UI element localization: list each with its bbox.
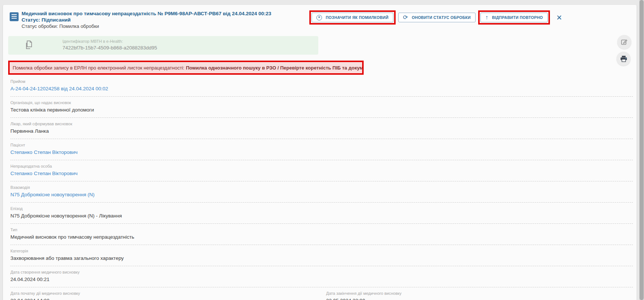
field-link[interactable]: Степанко Степан Вікторович xyxy=(10,149,633,155)
print-button[interactable] xyxy=(616,52,631,66)
identifier-label: Ідентифікатор МВТН в e-Health: xyxy=(62,38,157,44)
field-row: Непрацездатна особаСтепанко Степан Вікто… xyxy=(10,160,633,181)
processing-status-line: Статус обробки: Помилка обробки xyxy=(22,23,271,29)
field-row: Організація, що надає висновокТестова кл… xyxy=(10,97,633,118)
field-row: ТипМедичний висновок про тимчасову непра… xyxy=(10,224,633,245)
field-label: Дата початку дії медичного висновку xyxy=(10,291,317,296)
ehealth-identifier-box: Ідентифікатор МВТН в e-Health: 7422bf7b-… xyxy=(8,36,318,55)
mark-erroneous-label: ПОЗНАЧИТИ ЯК ПОМИЛКОВИЙ xyxy=(326,15,389,20)
field-row: Лікар, який сформував висновокПервинна Л… xyxy=(10,118,633,139)
field-value: Медичний висновок про тимчасову непрацез… xyxy=(10,234,633,240)
field-value: 24.04.2024 00:21 xyxy=(10,276,633,283)
field-value: Тестова клініка первинної допомоги xyxy=(10,107,633,113)
edit-button[interactable] xyxy=(617,35,631,49)
field-label: Пацієнт xyxy=(10,142,633,148)
field-label: Непрацездатна особа xyxy=(10,164,633,169)
field-value: Первинна Ланка xyxy=(10,128,633,134)
field-label: Організація, що надає висновок xyxy=(10,100,633,105)
field-value: N75 Доброякісне новоутворення (N) - Ліку… xyxy=(10,213,633,219)
mark-erroneous-button[interactable]: ✕ ПОЗНАЧИТИ ЯК ПОМИЛКОВИЙ xyxy=(312,13,393,22)
field-label: Прийом xyxy=(10,79,633,84)
resend-label: ВІДПРАВИТИ ПОВТОРНО xyxy=(492,15,543,20)
error-text-bold: Помилка однозначного пошуку в РЗО / Пере… xyxy=(186,65,362,71)
field-row: ПацієнтСтепанко Степан Вікторович xyxy=(10,139,633,160)
field-label: Дата створення медичного висновку xyxy=(10,270,633,275)
refresh-status-label: ОНОВИТИ СТАТУС ОБРОБКИ xyxy=(412,15,471,20)
field-cell: Дата закінчення дії медичного висновку23… xyxy=(326,287,633,300)
field-row: Дата створення медичного висновку24.04.2… xyxy=(10,266,633,287)
record-header: Медичний висновок про тимчасову непрацез… xyxy=(22,10,271,29)
error-banner: Помилка обробки запису в ЕРЛН про електр… xyxy=(10,62,362,73)
field-value: 23.05.2024 23:00 xyxy=(326,297,633,300)
field-label: Лікар, який сформував висновок xyxy=(10,121,633,126)
field-row: ЕпізодN75 Доброякісне новоутворення (N) … xyxy=(10,203,633,224)
field-list: ПрийомА-24-04-24-12024258 від 24.04.2024… xyxy=(7,75,633,300)
refresh-status-button[interactable]: ⟳ ОНОВИТИ СТАТУС ОБРОБКИ xyxy=(398,13,476,22)
toolbar: ✕ ПОЗНАЧИТИ ЯК ПОМИЛКОВИЙ ⟳ ОНОВИТИ СТАТ… xyxy=(309,10,562,25)
field-row: ПрийомА-24-04-24-12024258 від 24.04.2024… xyxy=(10,75,633,97)
document-lines-icon xyxy=(10,12,19,21)
identifier-value: 7422bf7b-15b7-4509-b868-a2088283dd95 xyxy=(62,44,157,52)
annotation-box-error: Помилка обробки запису в ЕРЛН про електр… xyxy=(8,61,364,75)
field-label: Дата закінчення дії медичного висновку xyxy=(326,291,633,296)
arrow-up-icon: ↑ xyxy=(485,14,488,20)
field-row: ВзаємодіяN75 Доброякісне новоутворення (… xyxy=(10,181,633,203)
copy-icon[interactable] xyxy=(25,41,33,50)
refresh-arrows-icon: ⟳ xyxy=(403,14,408,20)
circle-x-icon: ✕ xyxy=(316,15,322,20)
error-text: Помилка обробки запису в ЕРЛН про електр… xyxy=(13,65,184,71)
resend-button[interactable]: ↑ ВІДПРАВИТИ ПОВТОРНО xyxy=(480,13,548,22)
field-label: Взаємодія xyxy=(10,185,633,190)
scrollbar[interactable] xyxy=(639,0,644,300)
field-label: Категорія xyxy=(10,248,633,254)
field-cell: Дата початку дії медичного висновку23.04… xyxy=(10,287,317,300)
print-icon xyxy=(620,55,627,62)
scrollbar-thumb[interactable] xyxy=(640,0,644,300)
close-icon[interactable]: ✕ xyxy=(556,14,562,21)
field-row: Дата початку дії медичного висновку23.04… xyxy=(10,287,633,300)
annotation-box-resend: ↑ ВІДПРАВИТИ ПОВТОРНО xyxy=(478,10,550,25)
field-link[interactable]: Степанко Степан Вікторович xyxy=(10,170,633,177)
field-row: КатегоріяЗахворювання або травма загальн… xyxy=(10,245,633,266)
record-detail-card: Медичний висновок про тимчасову непрацез… xyxy=(3,5,637,300)
edit-pencil-icon xyxy=(621,39,628,45)
status-line: Статус: Підписаний xyxy=(22,17,271,23)
field-label: Тип xyxy=(10,227,633,232)
field-label: Епізод xyxy=(10,206,633,211)
annotation-box-mark-erroneous: ✕ ПОЗНАЧИТИ ЯК ПОМИЛКОВИЙ xyxy=(309,10,396,25)
field-value: Захворювання або травма загального харак… xyxy=(10,255,633,261)
field-link[interactable]: N75 Доброякісне новоутворення (N) xyxy=(10,191,633,198)
field-value: 23.04.2024 14:00 xyxy=(10,297,317,300)
field-link[interactable]: А-24-04-24-12024258 від 24.04.2024 00:02 xyxy=(10,86,633,92)
page-title: Медичний висновок про тимчасову непрацез… xyxy=(22,10,271,17)
